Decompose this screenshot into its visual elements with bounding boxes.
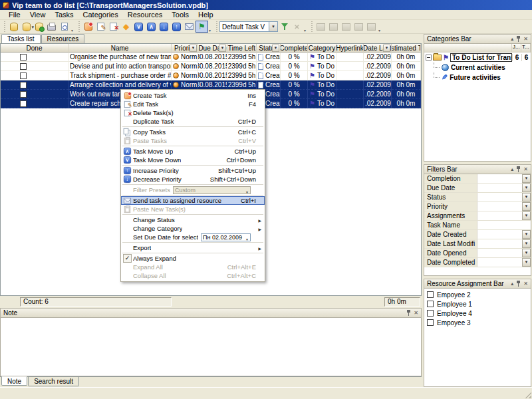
context-menu-item[interactable]: Collapse All Ctrl+Alt+C <box>121 271 265 280</box>
context-menu-item[interactable]: Task Move Up Ctrl+Up <box>121 147 265 156</box>
filter-dropdown-icon[interactable]: ▼ <box>522 211 531 220</box>
combo-dropdown-icon[interactable]: ▼ <box>269 22 277 31</box>
context-menu-item[interactable]: Edit Task F4 <box>121 100 265 108</box>
table-row[interactable]: Devise and put into action transportatio… <box>1 62 421 71</box>
close-icon[interactable]: ✕ <box>414 311 418 316</box>
resource-checkbox[interactable] <box>427 291 434 298</box>
toolbar-button[interactable] <box>315 21 327 33</box>
toolbar-button[interactable] <box>107 21 120 33</box>
menu-item[interactable]: Tasks <box>50 10 78 19</box>
filter-dropdown-icon[interactable]: ▼ <box>522 249 531 257</box>
context-menu-item[interactable]: Paste Tasks Ctrl+V <box>121 136 265 145</box>
done-checkbox[interactable] <box>20 72 27 79</box>
toolbar-button[interactable] <box>170 21 183 33</box>
toolbar-grip[interactable] <box>215 21 218 32</box>
close-icon[interactable]: ✕ <box>523 37 528 42</box>
toolbar-grip[interactable] <box>77 21 80 32</box>
resource-item[interactable]: Empoyee 2 <box>424 290 531 299</box>
context-menu-item[interactable]: Duplicate Task Ctrl+D <box>121 117 265 126</box>
column-header[interactable]: Done ▼ <box>1 44 68 53</box>
toolbar-button[interactable] <box>278 21 291 33</box>
filter-value-field[interactable]: ▼ <box>477 193 531 201</box>
toolbar-button[interactable] <box>340 21 352 33</box>
column-header[interactable]: Category ▼ <box>308 44 336 53</box>
toolbar-button[interactable] <box>158 21 170 33</box>
toolbar-button[interactable] <box>291 21 303 33</box>
toolbar-button[interactable] <box>20 21 33 33</box>
done-checkbox[interactable] <box>20 82 27 88</box>
filter-value-field[interactable]: ▼ <box>477 258 531 267</box>
close-icon[interactable]: ✕ <box>523 281 528 287</box>
context-menu-item[interactable]: Paste New Task(s) <box>121 205 265 213</box>
done-checkbox[interactable] <box>20 63 27 70</box>
collapse-icon[interactable]: ▴ <box>511 37 513 42</box>
toolbar-button[interactable] <box>58 21 70 33</box>
tree-root-item[interactable]: ⚑ To Do List for Transport Ma 6 6 <box>424 53 531 63</box>
toolbar-overflow-chevron[interactable] <box>208 21 213 33</box>
toolbar-button[interactable] <box>7 21 20 33</box>
menu-item[interactable]: Help <box>194 10 218 19</box>
toolbar-button[interactable] <box>45 21 58 33</box>
column-header[interactable]: Hyperlink ▼ <box>336 44 364 53</box>
resize-grip[interactable] <box>523 390 531 398</box>
filter-value-field[interactable]: ▼ <box>477 174 531 183</box>
collapse-icon[interactable]: ▴ <box>511 281 513 287</box>
column-header[interactable]: Time Left ▼ <box>227 44 257 53</box>
toolbar-button[interactable] <box>327 21 340 33</box>
done-checkbox[interactable] <box>20 100 27 107</box>
pin-icon[interactable] <box>516 36 521 42</box>
done-checkbox[interactable] <box>20 54 27 61</box>
toolbar-button[interactable] <box>120 21 132 33</box>
filter-value-field[interactable]: ▼ <box>477 239 531 248</box>
column-header[interactable]: Name ▼ <box>68 44 172 53</box>
task-view-combo[interactable]: Default Task V ▼ <box>219 21 278 32</box>
context-menu-item[interactable]: Create Task Ins <box>121 91 265 100</box>
tree-item[interactable]: Current activities <box>424 63 531 72</box>
menu-item[interactable]: Tools <box>167 10 194 19</box>
menu-item-combo[interactable]: Custom <box>173 186 251 194</box>
toolbar-button[interactable] <box>196 21 208 33</box>
column-filter-dropdown-icon[interactable]: ▼ <box>219 45 226 52</box>
toolbar-button[interactable] <box>352 21 365 33</box>
pin-icon[interactable] <box>516 166 521 172</box>
toolbar-grip[interactable] <box>310 21 313 32</box>
filter-dropdown-icon[interactable]: ▼ <box>522 184 531 192</box>
tree-col-header-1[interactable]: J... <box>512 44 521 52</box>
filter-value-field[interactable]: ▼ <box>477 221 531 229</box>
resource-checkbox[interactable] <box>427 319 434 326</box>
main-tab[interactable]: Tasks list <box>1 34 41 43</box>
context-menu-item[interactable]: Copy Tasks Ctrl+C <box>121 128 265 136</box>
toolbar-button[interactable] <box>365 21 378 33</box>
context-menu-item[interactable]: Expand All Ctrl+Alt+E <box>121 263 265 271</box>
context-menu-item[interactable]: Increase Priority Shift+Ctrl+Up <box>121 166 265 175</box>
collapse-icon[interactable]: ▴ <box>511 167 513 172</box>
table-row[interactable]: Track shipment - purchase order #215 Nor… <box>1 71 421 80</box>
filter-value-field[interactable]: ▼ <box>477 249 531 257</box>
table-row[interactable]: Arrange collection and delivery of vehic… <box>1 80 421 90</box>
filter-value-field[interactable]: ▼ <box>477 211 531 220</box>
resource-checkbox[interactable] <box>427 310 434 317</box>
filter-value-field[interactable]: ▼ <box>477 202 531 211</box>
filter-dropdown-icon[interactable]: ▼ <box>522 202 531 211</box>
toolbar-button[interactable] <box>94 21 107 33</box>
close-icon[interactable]: ✕ <box>523 167 528 172</box>
menu-item-combo[interactable]: Пн 02.02.2009 <box>201 233 251 241</box>
column-header[interactable]: Date Last ▼ <box>364 44 392 53</box>
main-tab[interactable]: Resources <box>41 34 85 43</box>
toolbar-button[interactable] <box>183 21 196 33</box>
menu-item[interactable]: Categories <box>78 10 123 19</box>
context-menu-item[interactable]: Always Expand <box>121 254 265 263</box>
context-menu-item[interactable]: Filter Presets Custom <box>121 186 265 194</box>
note-content[interactable] <box>0 318 422 376</box>
pin-icon[interactable] <box>406 310 411 316</box>
filter-value-field[interactable]: ▼ <box>477 184 531 192</box>
column-header[interactable]: Status ▼ <box>257 44 281 53</box>
column-header[interactable]: Due Date ▼ <box>198 44 227 53</box>
filter-value-field[interactable]: ▼ <box>477 230 531 239</box>
table-row[interactable]: Organise the purchase of new transport v… <box>1 53 421 62</box>
toolbar-grip[interactable] <box>3 21 6 32</box>
menu-item[interactable]: View <box>25 10 51 19</box>
resource-item[interactable]: Empoyee 3 <box>424 318 531 327</box>
toolbar-button[interactable] <box>82 21 94 33</box>
context-menu-item[interactable]: Task Move Down Ctrl+Down <box>121 156 265 164</box>
